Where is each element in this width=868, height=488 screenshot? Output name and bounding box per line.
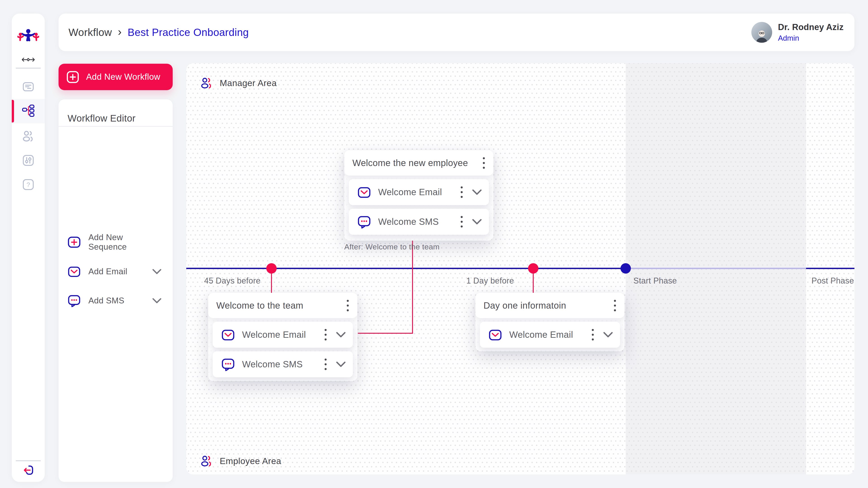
kebab-menu-icon[interactable] (323, 329, 328, 341)
sidebar-item-help[interactable]: ? (22, 179, 35, 191)
kebab-menu-icon[interactable] (460, 216, 464, 228)
plus-square-icon (67, 235, 81, 249)
timeline-line (186, 268, 626, 269)
app-logo (18, 29, 39, 44)
users-icon (22, 130, 35, 143)
avatar (751, 22, 772, 43)
breadcrumb-separator: › (118, 26, 122, 39)
sequence-title-row: Welcome to the team (208, 293, 358, 318)
manager-area-label: Manager Area (200, 77, 277, 90)
sidebar-divider (16, 68, 41, 68)
sidebar-item-workflows[interactable] (22, 105, 35, 118)
sequence-title: Day one informatoin (484, 300, 613, 311)
sidebar-active-indicator (12, 100, 14, 123)
add-new-workflow-label: Add New Workflow (86, 72, 160, 82)
chevron-down-icon[interactable] (334, 330, 347, 339)
chevron-down-icon[interactable] (334, 360, 347, 369)
sequence-title-row: Welcome the new employee (344, 150, 493, 175)
breadcrumb-root[interactable]: Workflow (68, 26, 112, 38)
chevron-down-icon[interactable] (601, 330, 615, 339)
breadcrumb: Workflow › Best Practice Onboarding (68, 26, 249, 39)
user-menu[interactable]: Dr. Rodney Aziz Admin (751, 22, 844, 43)
step-welcome-sms[interactable]: Welcome SMS (349, 209, 489, 235)
kebab-menu-icon[interactable] (482, 157, 486, 169)
connector-after-horizontal (358, 333, 413, 334)
after-dependency-note: After: Welcome to the team (344, 242, 440, 251)
add-new-sequence-button[interactable]: Add New Sequence (59, 231, 173, 254)
timeline-line-phase (626, 268, 806, 269)
email-icon (488, 328, 502, 342)
step-welcome-email[interactable]: Welcome Email (213, 322, 353, 348)
sms-icon (221, 357, 235, 372)
sliders-icon (22, 154, 35, 168)
step-welcome-sms[interactable]: Welcome SMS (213, 351, 353, 377)
email-icon (357, 185, 371, 199)
step-welcome-email[interactable]: Welcome Email (480, 322, 620, 348)
chevron-down-icon[interactable] (151, 296, 163, 305)
sequence-title-row: Day one informatoin (475, 293, 625, 318)
sequence-card-welcome-the-new-employee[interactable]: Welcome the new employee Welcome Email (344, 150, 493, 240)
sequence-title: Welcome the new employee (352, 158, 482, 168)
add-new-sequence-label: Add New Sequence (88, 233, 163, 252)
sms-icon (357, 215, 371, 229)
kebab-menu-icon[interactable] (323, 359, 328, 370)
sidebar: ? (12, 13, 45, 482)
timeline-marker-45-days[interactable] (266, 263, 277, 273)
panel-title: Workflow Editor (68, 113, 135, 124)
sidebar-item-settings[interactable] (22, 155, 35, 167)
add-email-label: Add Email (88, 267, 143, 276)
employee-area-label: Employee Area (200, 455, 281, 467)
timeline-marker-start-phase[interactable] (620, 263, 631, 273)
document-lines-icon (22, 80, 35, 94)
breadcrumb-current[interactable]: Best Practice Onboarding (127, 26, 249, 38)
question-icon: ? (22, 178, 35, 192)
org-tree-icon (22, 104, 35, 118)
workflow-canvas[interactable]: Manager Area Employee Area 45 Days befor… (186, 63, 855, 475)
collapse-arrows-icon[interactable] (21, 56, 35, 64)
timeline-marker-1-day[interactable] (528, 263, 538, 273)
step-welcome-email[interactable]: Welcome Email (349, 179, 489, 205)
timeline-label-45-days: 45 Days before (204, 276, 260, 286)
sms-icon (67, 294, 81, 308)
sidebar-divider (16, 460, 41, 461)
sidebar-item-people[interactable] (22, 130, 35, 143)
connector-after-vertical (412, 240, 413, 334)
timeline-label-1-day: 1 Day before (466, 276, 514, 286)
email-icon (67, 265, 81, 279)
user-name: Dr. Rodney Aziz (778, 22, 844, 32)
plus-square-icon (66, 70, 79, 84)
sidebar-item-documents[interactable] (22, 81, 35, 94)
kebab-menu-icon[interactable] (613, 300, 617, 311)
workflow-editor-panel: Workflow Editor Add New Sequence Add Ema… (59, 99, 173, 482)
users-icon (200, 77, 213, 90)
users-icon (200, 455, 213, 467)
email-icon (221, 328, 235, 342)
kebab-menu-icon[interactable] (591, 329, 595, 341)
timeline-label-start-phase: Start Phase (633, 276, 677, 286)
timeline-label-post-phase: Post Phase (811, 276, 854, 286)
sequence-card-welcome-to-the-team[interactable]: Welcome to the team Welcome Email (208, 293, 358, 381)
sequence-title: Welcome to the team (216, 300, 346, 311)
add-new-workflow-button[interactable]: Add New Workflow (59, 64, 173, 90)
chevron-down-icon[interactable] (470, 217, 484, 227)
user-role: Admin (778, 34, 844, 42)
chevron-down-icon[interactable] (151, 267, 163, 276)
panel-divider (59, 126, 173, 127)
svg-text:?: ? (26, 181, 30, 188)
add-sms-button[interactable]: Add SMS (59, 289, 173, 312)
sequence-card-day-one-information[interactable]: Day one informatoin Welcome Email (475, 293, 625, 351)
timeline-line (806, 268, 855, 269)
kebab-menu-icon[interactable] (346, 300, 350, 311)
logout-icon[interactable] (23, 465, 34, 476)
header: Workflow › Best Practice Onboarding Dr. … (59, 13, 855, 51)
add-email-button[interactable]: Add Email (59, 260, 173, 283)
kebab-menu-icon[interactable] (460, 186, 464, 198)
add-sms-label: Add SMS (88, 296, 143, 305)
chevron-down-icon[interactable] (470, 188, 484, 197)
